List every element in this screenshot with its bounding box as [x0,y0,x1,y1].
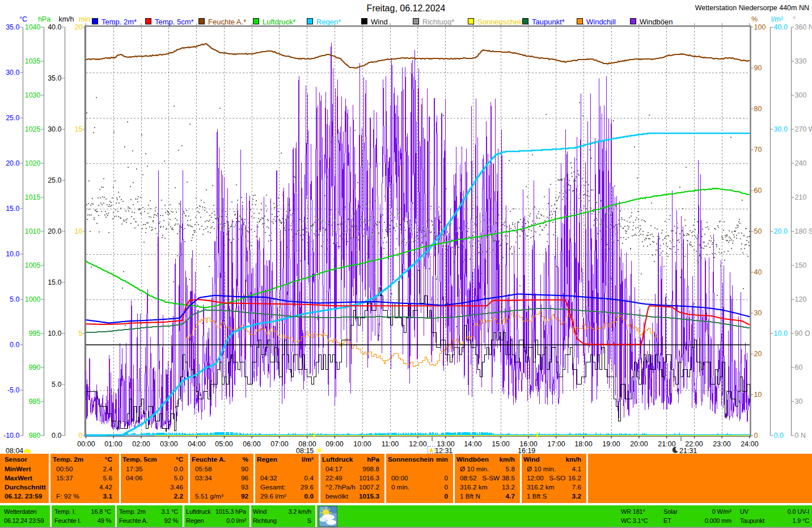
svg-text:5.0: 5.0 [52,381,61,388]
svg-text:40: 40 [754,268,762,276]
svg-text:1030: 1030 [25,91,41,99]
svg-text:04:00: 04:00 [188,440,205,448]
svg-text:1025: 1025 [25,125,41,133]
svg-text:0.0: 0.0 [774,432,784,440]
svg-text:l/m²: l/m² [771,15,783,23]
svg-text:30.0: 30.0 [774,125,788,133]
svg-text:11:00: 11:00 [382,440,399,448]
svg-text:35.0: 35.0 [48,74,61,82]
svg-text:30.0: 30.0 [6,69,19,77]
svg-text:25.0: 25.0 [48,176,61,184]
svg-text:01:00: 01:00 [104,440,122,448]
svg-text:1015: 1015 [25,193,41,201]
svg-text:985: 985 [29,398,41,405]
svg-text:10.0: 10.0 [6,250,19,258]
svg-text:07:00: 07:00 [270,440,288,448]
svg-text:150: 150 [795,261,807,269]
svg-text:10: 10 [754,391,762,399]
svg-text:km/h: km/h [58,15,74,23]
svg-text:180 S: 180 S [795,227,812,235]
svg-text:300: 300 [795,91,807,99]
svg-text:19:00: 19:00 [602,440,620,448]
svg-text:25.0: 25.0 [6,114,19,122]
svg-text:10.0: 10.0 [48,330,61,337]
svg-text:70: 70 [754,146,762,154]
svg-text:09:00: 09:00 [325,440,343,448]
svg-text:240: 240 [795,159,807,167]
svg-text:14:00: 14:00 [464,440,481,448]
svg-text:210: 210 [795,193,807,201]
svg-text:20: 20 [754,350,762,358]
svg-text:hPa: hPa [38,15,50,23]
svg-text:18:00: 18:00 [574,440,592,448]
svg-text:02:00: 02:00 [132,440,150,448]
svg-text:990: 990 [29,364,41,371]
svg-text:20.0: 20.0 [6,159,19,167]
svg-text:00:00: 00:00 [77,440,95,448]
svg-text:270 W: 270 W [795,125,812,133]
svg-text:-10.0: -10.0 [3,432,20,440]
svg-text:35.0: 35.0 [6,23,19,31]
svg-text:100: 100 [754,23,766,31]
svg-text:20.0: 20.0 [774,227,788,235]
svg-text:1035: 1035 [25,57,41,65]
svg-text:15.0: 15.0 [6,205,19,213]
svg-text:980: 980 [29,432,41,440]
svg-text:360 N: 360 N [795,23,812,31]
svg-text:40.0: 40.0 [774,23,788,31]
svg-text:120: 120 [795,295,807,303]
svg-text:10: 10 [75,227,83,235]
svg-text:60: 60 [795,364,803,371]
svg-text:06:00: 06:00 [243,440,260,448]
svg-text:05:00: 05:00 [215,440,232,448]
svg-text:20.0: 20.0 [48,227,61,235]
svg-text:%: % [751,15,758,23]
svg-text:0 N: 0 N [795,432,806,440]
svg-text:17:00: 17:00 [547,440,565,448]
svg-text:40.0: 40.0 [48,23,61,31]
svg-text:1040: 1040 [25,23,41,31]
svg-text:5.0: 5.0 [10,295,19,303]
svg-text:24:00: 24:00 [741,440,758,448]
svg-text:30.0: 30.0 [48,125,61,133]
svg-text:0: 0 [754,432,758,440]
svg-text:30: 30 [795,398,803,405]
svg-text:min: min [79,15,90,23]
svg-text:°: ° [793,15,796,23]
svg-text:°C: °C [19,15,27,23]
svg-text:12:00: 12:00 [409,440,426,448]
svg-text:60: 60 [754,187,762,195]
svg-text:20:00: 20:00 [630,440,648,448]
svg-text:0.0: 0.0 [10,341,19,349]
svg-text:0: 0 [79,432,83,440]
svg-text:5: 5 [79,330,83,337]
svg-text:90 O: 90 O [795,330,810,337]
svg-text:15.0: 15.0 [48,278,61,286]
svg-text:03:00: 03:00 [160,440,177,448]
svg-text:15:00: 15:00 [492,440,509,448]
svg-text:15: 15 [75,125,83,133]
svg-text:1000: 1000 [25,295,41,303]
svg-text:-5.0: -5.0 [7,386,20,394]
svg-text:0.0: 0.0 [52,432,61,440]
svg-text:330: 330 [795,57,807,65]
svg-text:1005: 1005 [25,261,41,269]
svg-text:995: 995 [29,330,41,337]
svg-text:1010: 1010 [25,227,41,235]
svg-text:10.0: 10.0 [774,330,788,337]
svg-text:30: 30 [754,309,762,317]
svg-text:10:00: 10:00 [353,440,371,448]
svg-text:20: 20 [75,23,83,31]
svg-text:1020: 1020 [25,159,41,167]
svg-text:50: 50 [754,227,762,235]
svg-text:23:00: 23:00 [713,440,730,448]
svg-text:90: 90 [754,64,762,72]
svg-text:80: 80 [754,105,762,113]
